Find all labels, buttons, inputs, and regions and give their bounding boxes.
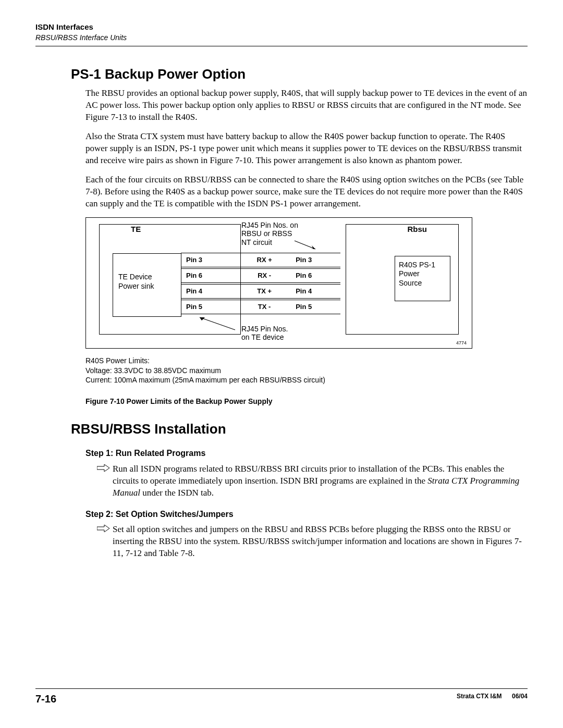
pin-mid: RX - — [238, 271, 290, 280]
footer-date: 06/04 — [512, 693, 528, 700]
svg-marker-5 — [97, 525, 109, 532]
pin-left: Pin 3 — [181, 255, 238, 265]
figure-number: 4774 — [456, 340, 467, 346]
pin-row: Pin 6 RX - Pin 6 — [181, 268, 340, 283]
pin-mid: TX - — [238, 302, 290, 312]
footer-doc: Strata CTX I&M — [457, 693, 502, 700]
te-inner-text: TE Device Power sink — [118, 272, 154, 291]
header-rule — [35, 46, 528, 46]
power-limits-line: Current: 100mA maximum (25mA maximum per… — [85, 375, 528, 385]
body-paragraph: Each of the four circuits on RBSU/RBSS c… — [85, 174, 528, 210]
step-item: Run all ISDN programs related to RBSU/RB… — [97, 463, 528, 499]
pin-left: Pin 4 — [181, 287, 238, 296]
header-subtitle: RBSU/RBSS Interface Units — [35, 33, 528, 43]
rbsu-inner-block: R40S PS-1 Power Source — [395, 256, 450, 301]
note-bottom: RJ45 Pin Nos. on TE device — [241, 325, 288, 342]
te-label: TE — [131, 224, 141, 235]
te-inner-block: TE Device Power sink — [113, 253, 181, 317]
pinout-diagram: TE TE Device Power sink Pin 3 RX + Pin 3… — [85, 217, 472, 349]
svg-marker-4 — [97, 464, 109, 472]
step-text-span: under the ISDN tab. — [140, 488, 214, 498]
pin-left: Pin 5 — [181, 302, 238, 312]
step-text: Run all ISDN programs related to RBSU/RB… — [113, 463, 528, 499]
pin-row: Pin 4 TX + Pin 4 — [181, 284, 340, 299]
svg-line-2 — [200, 317, 235, 330]
section-title-install: RBSU/RBSS Installation — [71, 420, 528, 438]
pin-row: Pin 5 TX - Pin 5 — [181, 300, 340, 314]
page-footer: 7-16 Strata CTX I&M 06/04 — [35, 688, 528, 706]
rbsu-label: Rbsu — [408, 224, 427, 235]
pin-mid: TX + — [238, 287, 290, 296]
bullet-arrow-icon — [97, 524, 113, 560]
pin-mid: RX + — [238, 255, 290, 265]
header-title: ISDN Interfaces — [35, 22, 528, 32]
footer-rule — [35, 688, 528, 689]
pin-row: Pin 3 RX + Pin 3 — [181, 253, 340, 267]
step-heading: Step 1: Run Related Programs — [85, 448, 528, 459]
body-paragraph: Also the Strata CTX system must have bat… — [85, 131, 528, 167]
diagram-container: TE TE Device Power sink Pin 3 RX + Pin 3… — [85, 217, 528, 349]
step-heading: Step 2: Set Option Switches/Jumpers — [85, 509, 528, 520]
body-paragraph: The RBSU provides an optional backup pow… — [85, 88, 528, 124]
power-limits-block: R40S Power Limits: Voltage: 33.3VDC to 3… — [85, 356, 528, 386]
rbsu-block: Rbsu R40S PS-1 Power Source — [346, 224, 459, 335]
pin-right: Pin 5 — [290, 302, 340, 312]
section-title-ps1: PS-1 Backup Power Option — [71, 65, 528, 83]
pin-left: Pin 6 — [181, 271, 238, 280]
pin-right: Pin 6 — [290, 271, 340, 280]
power-limits-line: Voltage: 33.3VDC to 38.85VDC maximum — [85, 366, 528, 376]
step-item: Set all option switches and jumpers on t… — [97, 524, 528, 560]
arrow-icon — [293, 240, 320, 250]
svg-line-0 — [295, 241, 315, 249]
arrow-icon — [194, 315, 236, 331]
pin-right: Pin 4 — [290, 287, 340, 296]
step-text: Set all option switches and jumpers on t… — [113, 524, 528, 560]
rbsu-inner-text: R40S PS-1 Power Source — [399, 261, 435, 288]
note-top: RJ45 Pin Nos. on RBSU or RBSS NT circuit — [241, 221, 298, 247]
page-number: 7-16 — [35, 692, 56, 706]
bullet-arrow-icon — [97, 463, 113, 499]
pin-right: Pin 3 — [290, 255, 340, 265]
power-limits-line: R40S Power Limits: — [85, 356, 528, 366]
figure-caption: Figure 7-10 Power Limits of the Backup P… — [85, 397, 528, 406]
